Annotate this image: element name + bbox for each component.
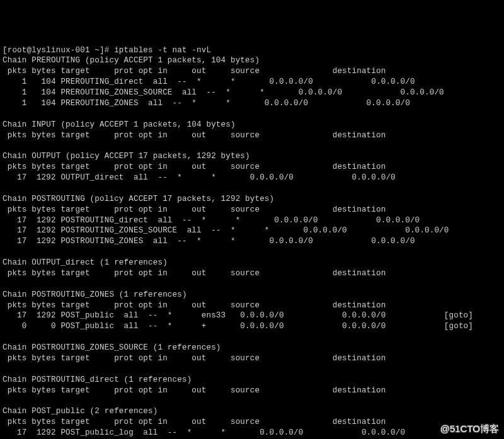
terminal-output: [root@lyslinux-001 ~]# iptables -t nat -… — [3, 45, 501, 440]
watermark: @51CTO博客 — [440, 423, 499, 435]
